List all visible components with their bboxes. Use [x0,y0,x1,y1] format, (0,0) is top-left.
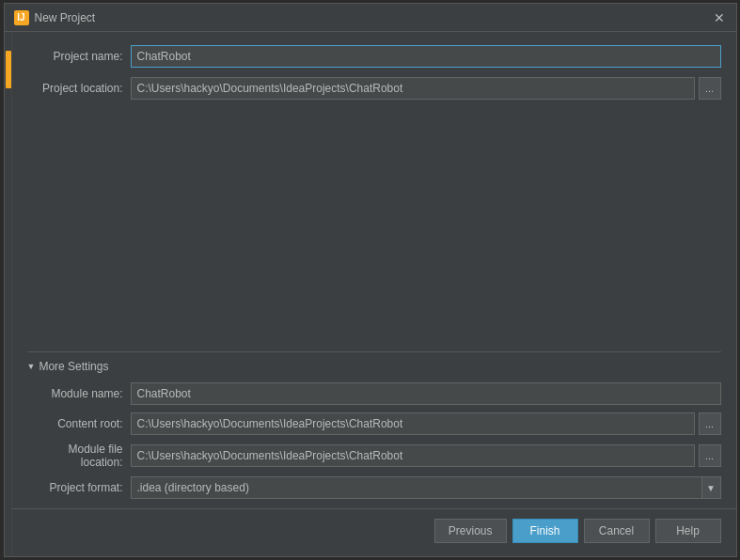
project-name-input-wrap [131,45,721,68]
dialog-footer: Previous Finish Cancel Help [5,508,736,556]
module-file-location-browse-button[interactable]: ... [699,444,721,467]
content-root-browse-button[interactable]: ... [699,412,721,435]
title-bar: IJ New Project ✕ [5,4,736,32]
left-bar [5,32,12,556]
project-format-label: Project format: [27,481,131,494]
module-name-row: Module name: [27,382,721,405]
middle-area [27,109,721,342]
project-name-row: Project name: [27,45,721,68]
dialog-title: New Project [35,11,96,24]
module-name-input[interactable] [131,382,721,405]
project-format-select-wrap: .idea (directory based) ▼ [131,476,721,499]
project-location-label: Project location: [27,82,131,95]
cancel-button[interactable]: Cancel [584,519,650,543]
app-icon: IJ [14,10,29,25]
finish-button[interactable]: Finish [512,519,578,543]
module-file-location-row: Module file location: ... [27,443,721,469]
more-settings-fields: Module name: Content root: ... Module fi… [27,382,721,499]
close-button[interactable]: ✕ [712,10,727,25]
new-project-dialog: IJ New Project ✕ Project name: Project l… [4,3,737,557]
project-format-select[interactable]: .idea (directory based) [131,476,702,499]
project-format-dropdown-arrow[interactable]: ▼ [702,476,721,499]
previous-button[interactable]: Previous [434,519,507,543]
content-root-label: Content root: [27,417,131,430]
project-location-input-wrap: ... [131,77,721,100]
title-bar-left: IJ New Project [14,10,96,25]
project-name-label: Project name: [27,50,131,63]
content-root-input[interactable] [131,412,695,435]
module-name-input-wrap [131,382,721,405]
collapse-triangle-icon: ▼ [27,362,36,371]
project-location-browse-button[interactable]: ... [699,77,721,100]
project-location-input[interactable] [131,77,695,100]
project-location-row: Project location: ... [27,77,721,100]
module-file-location-label: Module file location: [27,443,131,469]
module-file-location-input-wrap: ... [131,444,721,467]
left-bar-item [6,51,11,88]
help-button[interactable]: Help [655,519,721,543]
more-settings-label: More Settings [39,360,108,373]
dialog-body: Project name: Project location: ... ▼ Mo… [5,32,736,508]
more-settings-header[interactable]: ▼ More Settings [27,360,721,373]
more-settings-section: ▼ More Settings Module name: Content roo… [27,351,721,499]
content-root-row: Content root: ... [27,412,721,435]
project-format-row: Project format: .idea (directory based) … [27,476,721,499]
project-name-input[interactable] [131,45,721,68]
module-name-label: Module name: [27,387,131,400]
module-file-location-input[interactable] [131,444,695,467]
content-root-input-wrap: ... [131,412,721,435]
